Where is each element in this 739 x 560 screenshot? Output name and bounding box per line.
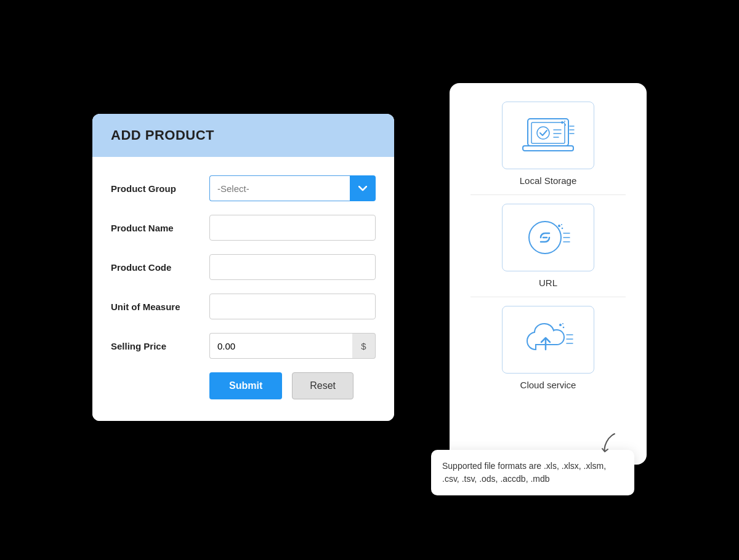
cloud-icon xyxy=(522,318,575,362)
form-header: ADD PRODUCT xyxy=(92,114,394,157)
svg-point-15 xyxy=(562,227,563,229)
tooltip-arrow-icon xyxy=(591,433,616,454)
svg-point-14 xyxy=(558,225,560,227)
laptop-icon xyxy=(520,114,576,157)
tooltip-box: Supported file formats are .xls, .xlsx, … xyxy=(431,450,634,495)
local-storage-label: Local Storage xyxy=(520,175,577,186)
url-icon xyxy=(523,215,573,261)
svg-rect-2 xyxy=(523,146,573,151)
add-product-panel: ADD PRODUCT Product Group Product Name xyxy=(92,114,394,421)
product-code-row: Product Code xyxy=(111,254,376,280)
chevron-down-icon xyxy=(358,186,367,191)
cloud-storage-label: Cloud service xyxy=(520,380,576,390)
form-title: ADD PRODUCT xyxy=(111,127,376,143)
svg-point-8 xyxy=(565,124,566,126)
submit-button[interactable]: Submit xyxy=(209,372,282,399)
svg-point-9 xyxy=(564,121,565,122)
product-code-label: Product Code xyxy=(111,262,209,273)
svg-point-3 xyxy=(537,127,549,139)
selling-price-row: Selling Price $ xyxy=(111,333,376,359)
product-group-label: Product Group xyxy=(111,183,209,194)
storage-options-panel: Local Storage xyxy=(450,83,647,465)
reset-button[interactable]: Reset xyxy=(292,372,353,399)
cloud-storage-option[interactable]: Cloud service xyxy=(462,306,634,390)
selling-price-label: Selling Price xyxy=(111,341,209,351)
url-storage-label: URL xyxy=(539,278,557,288)
product-group-row: Product Group xyxy=(111,175,376,201)
product-code-input[interactable] xyxy=(209,254,376,280)
svg-point-21 xyxy=(559,324,562,326)
form-actions: Submit Reset xyxy=(111,372,376,399)
divider-2 xyxy=(470,297,626,297)
product-group-dropdown-button[interactable] xyxy=(350,175,376,201)
form-body: Product Group Product Name Product Code xyxy=(92,157,394,421)
url-icon-box xyxy=(502,204,594,271)
product-group-input[interactable] xyxy=(209,175,350,201)
selling-price-input[interactable] xyxy=(209,333,352,359)
local-storage-icon-box xyxy=(502,102,594,169)
selling-price-wrapper: $ xyxy=(209,333,376,359)
url-storage-option[interactable]: URL xyxy=(462,204,634,288)
product-name-row: Product Name xyxy=(111,215,376,241)
svg-rect-1 xyxy=(531,122,565,143)
unit-of-measure-input[interactable] xyxy=(209,294,376,319)
svg-point-23 xyxy=(562,323,563,324)
svg-point-16 xyxy=(561,224,562,225)
svg-point-22 xyxy=(562,327,564,329)
tooltip-text: Supported file formats are .xls, .xlsx, … xyxy=(442,460,623,486)
divider-1 xyxy=(470,194,626,195)
product-group-select-wrapper xyxy=(209,175,376,201)
svg-point-7 xyxy=(561,121,563,124)
price-suffix: $ xyxy=(352,333,376,359)
product-name-input[interactable] xyxy=(209,215,376,241)
unit-of-measure-row: Unit of Measure xyxy=(111,294,376,319)
unit-of-measure-label: Unit of Measure xyxy=(111,302,209,312)
cloud-icon-box xyxy=(502,306,594,374)
local-storage-option[interactable]: Local Storage xyxy=(462,102,634,186)
product-name-label: Product Name xyxy=(111,223,209,233)
